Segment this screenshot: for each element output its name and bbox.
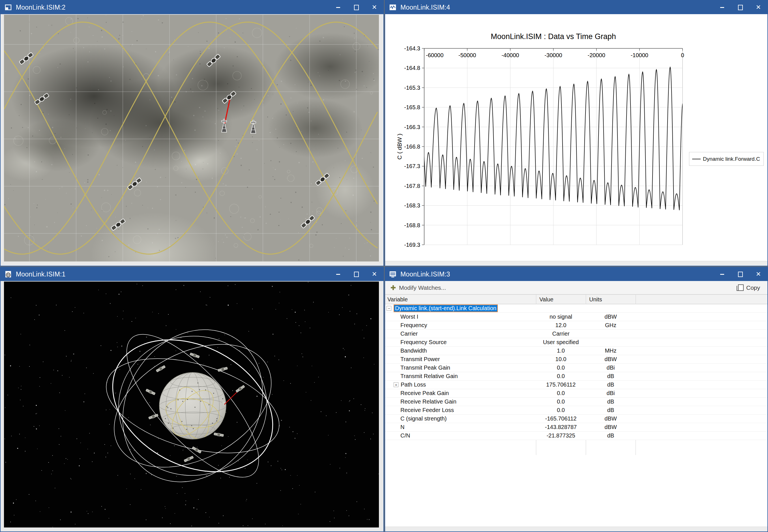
value-cell[interactable]: 10.0 xyxy=(536,356,586,362)
maximize-button[interactable] xyxy=(347,267,365,281)
variable-label[interactable]: Worst I xyxy=(400,314,418,320)
value-cell[interactable]: User specified xyxy=(536,339,586,346)
table-row[interactable]: C/N-21.877325dB xyxy=(385,432,767,440)
ground-station-icon[interactable] xyxy=(251,120,256,133)
satellite-icon[interactable] xyxy=(148,413,158,419)
collapse-icon[interactable]: − xyxy=(387,306,391,311)
close-button[interactable]: ✕ xyxy=(365,267,383,281)
legend-line-sample xyxy=(692,159,701,159)
minimize-button[interactable] xyxy=(713,267,731,281)
table-row[interactable]: Receive Peak Gain0.0dBi xyxy=(385,389,767,398)
satellite-icon[interactable] xyxy=(207,54,221,67)
y-tick-label: -164.8 xyxy=(404,65,420,71)
copy-button[interactable]: Copy xyxy=(738,284,760,291)
value-cell[interactable]: 12.0 xyxy=(536,322,586,329)
maximize-button[interactable] xyxy=(347,1,365,14)
close-button[interactable]: ✕ xyxy=(749,1,767,14)
satellite-icon[interactable] xyxy=(235,385,245,393)
watch-window-titlebar[interactable]: MoonLink.ISIM:3 ✕ xyxy=(385,267,767,281)
variable-label[interactable]: Receive Relative Gain xyxy=(400,398,456,405)
table-row[interactable]: C (signal strength)-165.706112dBW xyxy=(385,415,767,423)
minimize-button[interactable] xyxy=(329,267,347,281)
watch-table-header[interactable]: Variable Value Units xyxy=(385,294,767,304)
expand-icon[interactable]: + xyxy=(394,382,398,387)
maximize-button[interactable] xyxy=(731,1,749,14)
map-2d-view[interactable] xyxy=(4,15,379,261)
variable-label[interactable]: N xyxy=(400,424,404,430)
variable-label[interactable]: Carrier xyxy=(400,331,418,337)
view-3d[interactable] xyxy=(4,282,379,527)
table-row[interactable]: −Dynamic link.(start-end).Link Calculati… xyxy=(385,304,767,313)
variable-label[interactable]: Dynamic link.(start-end).Link Calculatio… xyxy=(394,304,498,312)
variable-label[interactable]: Receive Peak Gain xyxy=(400,390,449,396)
ground-station-icon[interactable] xyxy=(222,119,227,132)
table-row[interactable]: Worst Ino signaldBW xyxy=(385,313,767,321)
variable-label[interactable]: C (signal strength) xyxy=(400,415,447,422)
copy-label: Copy xyxy=(746,284,760,291)
units-cell: dBi xyxy=(586,364,636,371)
table-row[interactable]: Frequency12.0GHz xyxy=(385,321,767,330)
table-row[interactable]: +Path Loss175.706112dB xyxy=(385,381,767,389)
close-button[interactable]: ✕ xyxy=(365,1,383,14)
satellite-icon[interactable] xyxy=(214,432,224,437)
y-tick-label: -165.3 xyxy=(404,85,420,91)
value-cell[interactable]: 0.0 xyxy=(536,373,586,379)
satellite-icon[interactable] xyxy=(301,215,315,228)
satellite-icon[interactable] xyxy=(111,218,126,231)
value-cell[interactable]: no signal xyxy=(536,314,586,320)
value-cell[interactable]: 0.0 xyxy=(536,364,586,371)
variable-cell: Transmit Peak Gain xyxy=(385,364,551,372)
value-cell[interactable]: 0.0 xyxy=(536,398,586,405)
variable-label[interactable]: C/N xyxy=(400,432,410,439)
y-tick-label: -167.8 xyxy=(404,183,420,189)
variable-label[interactable]: Frequency Source xyxy=(400,339,447,346)
satellite-icon[interactable] xyxy=(35,93,50,105)
graph-window-titlebar[interactable]: MoonLink.ISIM:4 ✕ xyxy=(385,1,767,14)
satellite-icon[interactable] xyxy=(156,365,166,372)
table-row[interactable]: Receive Relative Gain0.0dB xyxy=(385,398,767,406)
table-row[interactable]: Bandwidth1.0MHz xyxy=(385,347,767,355)
variable-label[interactable]: Bandwidth xyxy=(400,347,427,354)
satellite-icon[interactable] xyxy=(184,456,194,462)
table-row[interactable]: Transmit Power10.0dBW xyxy=(385,355,767,364)
satellite-icon[interactable] xyxy=(218,367,228,372)
map-window-titlebar[interactable]: MoonLink.ISIM:2 ✕ xyxy=(1,1,383,14)
variable-label[interactable]: Transmit Peak Gain xyxy=(400,364,450,371)
close-button[interactable]: ✕ xyxy=(749,267,767,281)
satellite-icon[interactable] xyxy=(192,446,201,454)
value-cell[interactable]: Carrier xyxy=(536,331,586,337)
minimize-button[interactable] xyxy=(329,1,347,14)
value-cell[interactable]: -165.706112 xyxy=(536,415,586,422)
variable-cell: +Path Loss xyxy=(385,381,544,389)
y-tick-label: -167.3 xyxy=(404,163,420,169)
variable-label[interactable]: Path Loss xyxy=(401,381,426,388)
satellite-icon[interactable] xyxy=(145,389,155,395)
value-cell[interactable]: -143.828787 xyxy=(536,424,586,430)
table-row[interactable]: Receive Feeder Loss0.0dB xyxy=(385,406,767,415)
table-row[interactable]: CarrierCarrier xyxy=(385,330,767,338)
column-header-value[interactable]: Value xyxy=(539,296,554,303)
table-row[interactable]: N-143.828787dBW xyxy=(385,423,767,432)
chart-legend[interactable]: Dynamic link.Forward.C xyxy=(689,152,764,166)
view3d-overlay xyxy=(4,282,379,527)
variable-label[interactable]: Receive Feeder Loss xyxy=(400,407,454,413)
variable-label[interactable]: Transmit Relative Gain xyxy=(400,373,458,379)
window-graph: MoonLink.ISIM:4 ✕ MoonLink.ISIM : Data v… xyxy=(385,0,768,266)
modify-watches-button[interactable]: Modify Watches... xyxy=(391,284,446,291)
value-cell[interactable]: 175.706112 xyxy=(536,381,586,388)
moon-globe[interactable] xyxy=(159,372,226,443)
maximize-button[interactable] xyxy=(731,267,749,281)
column-header-variable[interactable]: Variable xyxy=(387,296,408,303)
table-row[interactable]: Frequency SourceUser specified xyxy=(385,338,767,347)
table-row[interactable]: Transmit Relative Gain0.0dB xyxy=(385,372,767,381)
value-cell[interactable]: 1.0 xyxy=(536,347,586,354)
minimize-button[interactable] xyxy=(713,1,731,14)
table-row[interactable]: Transmit Peak Gain0.0dBi xyxy=(385,364,767,372)
column-header-units[interactable]: Units xyxy=(589,296,602,303)
variable-label[interactable]: Transmit Power xyxy=(400,356,440,362)
value-cell[interactable]: 0.0 xyxy=(536,407,586,413)
variable-label[interactable]: Frequency xyxy=(400,322,427,329)
value-cell[interactable]: 0.0 xyxy=(536,390,586,396)
view3d-window-titlebar[interactable]: MoonLink.ISIM:1 ✕ xyxy=(1,267,383,281)
value-cell[interactable]: -21.877325 xyxy=(536,432,586,439)
